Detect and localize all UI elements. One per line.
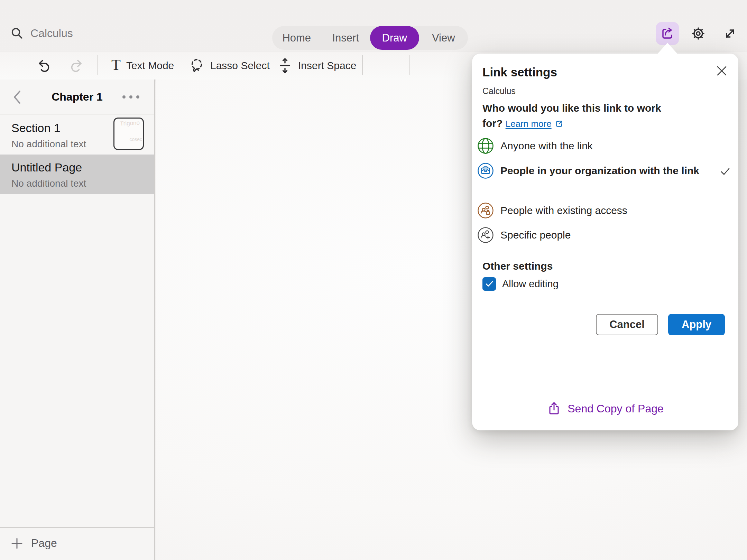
insert-space-label: Insert Space bbox=[298, 60, 356, 72]
people-lock-icon bbox=[477, 202, 494, 219]
share-button[interactable] bbox=[656, 22, 679, 45]
page-subtitle: No additional text bbox=[11, 139, 86, 150]
link-audience-question: Who would you like this link to work for… bbox=[482, 101, 681, 131]
notebook-title: Calculus bbox=[30, 27, 73, 40]
page-list-sidebar: Chapter 1 Section 1 No additional text T… bbox=[0, 80, 155, 560]
allow-editing-label: Allow editing bbox=[502, 278, 559, 290]
page-subtitle: No additional text bbox=[11, 178, 86, 189]
text-mode-label: Text Mode bbox=[126, 60, 174, 72]
redo-button[interactable] bbox=[68, 58, 84, 74]
option-label: Anyone with the link bbox=[500, 138, 593, 153]
option-label: Specific people bbox=[500, 227, 571, 243]
onenote-app: Calculus Home Insert Draw View bbox=[0, 0, 747, 560]
text-mode-icon: T bbox=[111, 57, 121, 73]
page-item-section1[interactable]: Section 1 No additional text Trigono cos… bbox=[0, 115, 154, 155]
lasso-select-button[interactable]: Lasso Select bbox=[189, 52, 270, 80]
text-mode-button[interactable]: T Text Mode bbox=[111, 52, 174, 80]
toolbar-divider bbox=[409, 55, 410, 75]
globe-icon bbox=[477, 137, 494, 155]
send-copy-icon bbox=[547, 401, 561, 416]
page-title: Untitled Page bbox=[11, 161, 82, 174]
plus-icon bbox=[10, 537, 24, 550]
search-icon bbox=[10, 27, 24, 40]
briefcase-icon bbox=[477, 162, 494, 179]
option-organization[interactable]: People in your organization with the lin… bbox=[472, 158, 738, 198]
expand-icon bbox=[722, 26, 738, 41]
allow-editing-checkbox[interactable] bbox=[482, 277, 496, 291]
tab-home[interactable]: Home bbox=[272, 26, 321, 50]
option-label: People with existing access bbox=[500, 203, 627, 218]
lasso-select-label: Lasso Select bbox=[210, 60, 270, 72]
allow-editing-row: Allow editing bbox=[482, 277, 559, 291]
redo-icon bbox=[68, 58, 84, 74]
other-settings-heading: Other settings bbox=[482, 260, 553, 272]
send-copy-button[interactable]: Send Copy of Page bbox=[472, 399, 738, 419]
popover-context: Calculus bbox=[482, 86, 516, 96]
add-page-bar: Page bbox=[0, 527, 154, 560]
toolbar-divider bbox=[362, 55, 363, 75]
undo-button[interactable] bbox=[36, 58, 52, 74]
learn-more-link[interactable]: Learn more bbox=[506, 119, 552, 129]
close-icon bbox=[716, 65, 728, 77]
insert-space-button[interactable]: Insert Space bbox=[277, 52, 356, 80]
sidebar-header: Chapter 1 bbox=[0, 80, 154, 114]
page-thumbnail: Trigono cosec bbox=[113, 118, 144, 150]
thumbnail-handwriting: Trigono bbox=[120, 120, 140, 128]
page-item-untitled[interactable]: Untitled Page No additional text bbox=[0, 155, 154, 194]
tab-draw[interactable]: Draw bbox=[370, 26, 419, 50]
share-icon bbox=[660, 26, 675, 41]
settings-button[interactable] bbox=[687, 22, 710, 45]
external-link-icon bbox=[554, 119, 564, 129]
chevron-left-icon bbox=[13, 90, 21, 104]
page-title: Section 1 bbox=[11, 121, 61, 135]
close-button[interactable] bbox=[715, 64, 729, 78]
notebook-search[interactable]: Calculus bbox=[10, 26, 73, 41]
ellipsis-icon bbox=[122, 95, 126, 99]
back-button[interactable] bbox=[12, 89, 22, 105]
fullscreen-button[interactable] bbox=[719, 22, 741, 45]
section-more-button[interactable] bbox=[118, 90, 144, 104]
tab-view[interactable]: View bbox=[419, 26, 468, 50]
lasso-icon bbox=[189, 58, 205, 74]
popover-title: Link settings bbox=[482, 65, 557, 79]
cancel-button[interactable]: Cancel bbox=[596, 314, 658, 335]
option-specific-people[interactable]: Specific people bbox=[472, 223, 738, 248]
link-settings-popover: Link settings Calculus Who would you lik… bbox=[472, 54, 738, 430]
option-existing-access[interactable]: People with existing access bbox=[472, 198, 738, 223]
undo-icon bbox=[36, 58, 52, 74]
tab-insert[interactable]: Insert bbox=[321, 26, 370, 50]
link-audience-options: Anyone with the link People in your orga… bbox=[472, 133, 738, 248]
apply-button[interactable]: Apply bbox=[668, 314, 725, 335]
gear-icon bbox=[690, 25, 707, 42]
ribbon-tabbar: Home Insert Draw View bbox=[272, 26, 468, 50]
insert-space-icon bbox=[277, 58, 293, 74]
option-label: People in your organization with the lin… bbox=[500, 158, 701, 178]
send-copy-label: Send Copy of Page bbox=[568, 402, 664, 415]
selected-check-icon bbox=[720, 166, 731, 177]
add-page-button[interactable]: Page bbox=[31, 537, 57, 550]
option-anyone[interactable]: Anyone with the link bbox=[472, 133, 738, 158]
person-add-icon bbox=[477, 226, 494, 244]
app-header: Calculus Home Insert Draw View bbox=[0, 0, 747, 52]
toolbar-divider bbox=[97, 55, 98, 75]
